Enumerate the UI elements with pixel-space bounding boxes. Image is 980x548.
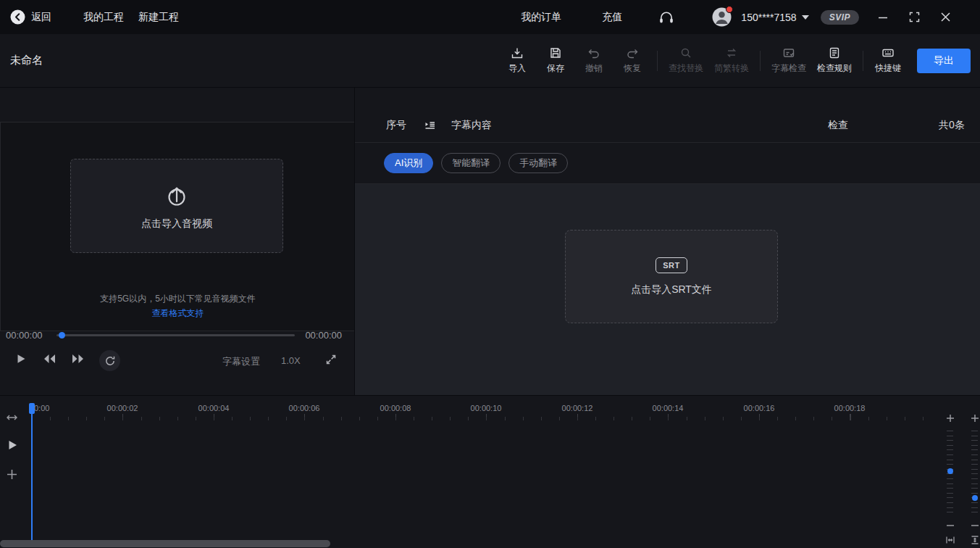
fullscreen-icon[interactable] [324,353,338,366]
vertical-zoom-track[interactable] [971,431,978,516]
find-replace-button[interactable]: 查找替换 [669,46,703,75]
maximize-button[interactable] [907,10,921,25]
avatar[interactable] [712,7,732,27]
back-button[interactable]: 返回 [10,0,51,34]
back-label: 返回 [31,11,51,24]
nav-new-project[interactable]: 新建工程 [138,11,179,24]
horizontal-zoom-handle[interactable] [947,468,953,474]
tab-smart-translate[interactable]: 智能翻译 [441,153,501,173]
seek-row: 00:00:00 00:00:00 [0,328,354,341]
forward-button[interactable] [71,354,85,364]
back-icon [10,9,25,25]
horizontal-scrollbar[interactable] [0,540,330,547]
ruler-label: 00:00:04 [198,404,230,412]
save-icon [549,46,562,59]
subtitle-panel: 序号 字幕内容 检查 共0条 AI识别 智能翻译 手动翻译 SRT 点击导入SR… [355,88,980,395]
keyboard-icon [881,46,895,59]
upload-icon [163,182,190,208]
redo-icon [626,46,639,59]
recharge-link[interactable]: 充值 [602,11,622,24]
check-rules-icon [828,46,841,59]
seek-bar[interactable] [56,334,295,336]
ruler-label: 00:00:12 [562,404,593,412]
convert-icon [725,46,738,59]
notification-dot [726,6,733,13]
export-button[interactable]: 导出 [917,49,971,73]
playback-speed-button[interactable]: 1.0X [281,355,301,366]
import-button[interactable]: 导入 [503,46,531,75]
minimize-button[interactable] [876,10,890,25]
import-srt-dropzone[interactable]: SRT 点击导入SRT文件 [565,230,778,323]
nav-my-projects[interactable]: 我的工程 [83,11,124,24]
zoom-out-icon[interactable] [946,521,955,530]
vertical-zoom-control [968,396,980,548]
play-button[interactable] [14,352,28,365]
auto-scroll-icon[interactable] [424,120,436,131]
timeline: 0:00 00:00:02 00:00:04 00:00:06 00:00:08… [0,395,980,548]
my-orders-link[interactable]: 我的订单 [521,11,561,24]
svip-badge: SVIP [821,10,859,25]
account-dropdown[interactable]: 150****7158 [741,12,808,23]
ruler-label: 00:00:10 [471,404,502,412]
add-track-button[interactable] [6,468,18,481]
subtitle-header: 序号 字幕内容 检查 共0条 [355,109,980,142]
zoom-in-icon[interactable] [971,414,979,423]
subtitle-check-button[interactable]: 字幕检查 [771,46,806,75]
vertical-zoom-handle[interactable] [972,495,978,501]
import-srt-label: 点击导入SRT文件 [631,283,712,296]
ruler-minor-ticks [32,417,937,420]
srt-file-icon: SRT [656,257,687,273]
ruler-label: 00:00:08 [380,404,411,412]
timeline-play-button[interactable] [7,439,18,451]
shortcuts-button[interactable]: 快捷键 [874,46,902,75]
divider [657,51,658,71]
find-replace-icon [679,46,692,59]
subtitle-content-area: SRT 点击导入SRT文件 [355,184,980,395]
undo-icon [587,46,600,59]
current-time: 00:00:00 [6,330,43,341]
ruler-label: 00:00:06 [289,404,320,412]
playhead-handle[interactable] [29,403,35,414]
check-rules-button[interactable]: 检查规则 [817,46,852,75]
divider [355,142,980,143]
undo-button[interactable]: 撤销 [580,46,608,75]
close-button[interactable] [938,10,952,25]
save-button[interactable]: 保存 [542,46,569,75]
tab-manual-translate[interactable]: 手动翻译 [508,153,568,173]
video-viewport: 点击导入音视频 支持5G以内，5小时以下常见音视频文件 查看格式支持 [0,122,355,331]
fit-horizontal-icon[interactable] [945,535,955,545]
top-bar-right: 我的订单 充值 150****7158 SVIP [521,0,980,34]
import-media-dropzone[interactable]: 点击导入音视频 [70,159,283,253]
import-icon [511,46,524,59]
horizontal-zoom-control [943,396,958,548]
check-button[interactable]: 检查 [828,119,848,132]
ruler-label: 00:00:14 [653,404,684,412]
subtitle-check-icon [782,46,795,59]
top-nav: 我的工程 新建工程 [83,0,179,34]
headset-icon[interactable] [658,10,674,25]
ruler-label: 0:00 [34,404,49,412]
playhead[interactable] [31,404,33,541]
video-panel: 点击导入音视频 支持5G以内，5小时以下常见音视频文件 查看格式支持 00:00… [0,88,354,395]
seek-handle[interactable] [59,332,65,339]
stretch-horizontal-icon[interactable] [6,412,18,423]
subtitle-settings-button[interactable]: 字幕设置 [222,355,260,368]
zoom-in-icon[interactable] [946,414,955,423]
top-bar: 返回 我的工程 新建工程 我的订单 充值 150****7158 SVIP [0,0,980,34]
column-content-label: 字幕内容 [451,119,492,132]
toolbar-actions: 导入 保存 撤销 恢复 查找替换 简繁转换 [503,46,971,75]
loop-play-button[interactable] [99,350,120,371]
project-name: 未命名 [10,54,43,67]
format-support-link[interactable]: 查看格式支持 [1,307,355,320]
rewind-button[interactable] [42,354,56,364]
tab-ai-recognition[interactable]: AI识别 [384,153,433,173]
convert-button[interactable]: 简繁转换 [714,46,749,75]
redo-button[interactable]: 恢复 [619,46,646,75]
zoom-out-icon[interactable] [971,521,979,530]
fit-vertical-icon[interactable] [970,535,980,545]
import-media-label: 点击导入音视频 [141,217,212,231]
toolbar: 未命名 导入 保存 撤销 恢复 查找替换 [0,34,980,88]
app-window: 返回 我的工程 新建工程 我的订单 充值 150****7158 SVIP [0,0,980,548]
mode-tabs: AI识别 智能翻译 手动翻译 [384,153,568,173]
divider [863,51,863,71]
